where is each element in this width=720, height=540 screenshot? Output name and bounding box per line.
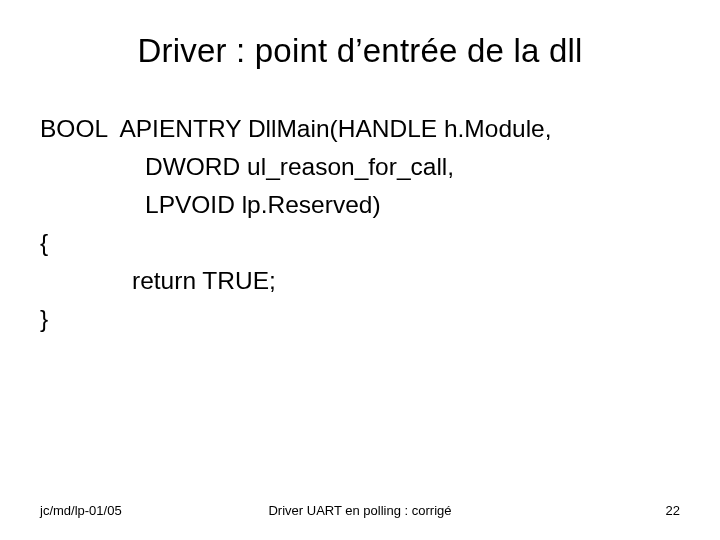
code-line: LPVOID lp.Reserved) bbox=[40, 186, 680, 224]
footer-left: jc/md/lp-01/05 bbox=[40, 503, 122, 518]
code-block: BOOL APIENTRY DllMain(HANDLE h.Module, D… bbox=[40, 110, 680, 338]
page-number: 22 bbox=[666, 503, 680, 518]
footer: jc/md/lp-01/05 Driver UART en polling : … bbox=[40, 503, 680, 518]
code-line: BOOL APIENTRY DllMain(HANDLE h.Module, bbox=[40, 110, 680, 148]
slide: Driver : point d’entrée de la dll BOOL A… bbox=[0, 0, 720, 540]
code-line: } bbox=[40, 300, 680, 338]
code-line: DWORD ul_reason_for_call, bbox=[40, 148, 680, 186]
code-line: { bbox=[40, 224, 680, 262]
slide-title: Driver : point d’entrée de la dll bbox=[0, 32, 720, 70]
footer-center: Driver UART en polling : corrigé bbox=[40, 503, 680, 518]
code-line: return TRUE; bbox=[40, 262, 680, 300]
